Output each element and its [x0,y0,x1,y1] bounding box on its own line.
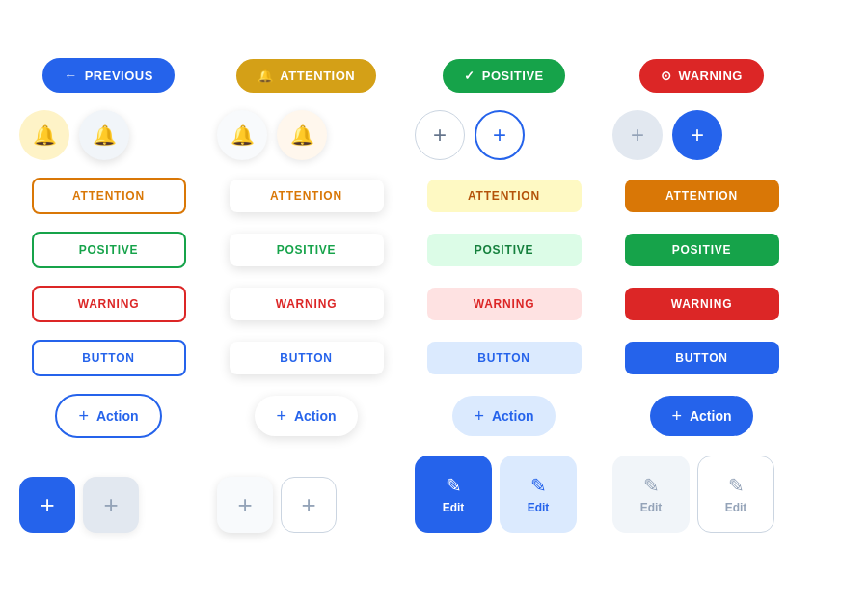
button-shadow[interactable]: BUTTON [230,342,384,374]
arrow-left-icon: ← [64,68,78,83]
button-outline[interactable]: BUTTON [32,340,186,376]
bell-icon: 🔔 [33,124,57,147]
plus-circle-blue[interactable]: + [672,110,722,160]
bell-icon: 🔔 [93,124,117,147]
bell-circle-orange[interactable]: 🔔 [277,110,327,160]
warning-tint-button[interactable]: WARNING [427,288,582,320]
plus-circle-outline[interactable]: + [415,110,465,160]
pencil-icon: ✎ [530,474,547,497]
plus-icon: + [691,122,704,149]
warning-pill-button[interactable]: ⊙ WARNING [639,59,764,93]
action-shadow-button[interactable]: + Action [255,396,357,436]
attention-tint-button[interactable]: ATTENTION [427,180,582,212]
edit-button-tint[interactable]: ✎ Edit [500,456,577,533]
action-solid-button[interactable]: + Action [650,396,752,436]
pencil-icon: ✎ [446,474,462,497]
plus-icon: + [631,122,644,149]
bell-icon: 🔔 [258,69,274,83]
edit-button-outline[interactable]: ✎ Edit [697,456,774,533]
pencil-icon: ✎ [643,474,660,497]
sq-plus-light[interactable]: + [83,477,139,533]
check-icon: ✓ [464,69,475,83]
sq-plus-shadow[interactable]: + [217,477,273,533]
edit-button-blue[interactable]: ✎ Edit [415,456,492,533]
warning-circle-icon: ⊙ [661,69,672,83]
plus-icon: + [671,407,682,425]
plus-circle-outline-blue[interactable]: + [475,110,525,160]
plus-icon: + [433,122,447,149]
positive-shadow-button[interactable]: POSITIVE [230,234,384,266]
plus-icon: + [103,490,118,520]
positive-outline-button[interactable]: POSITIVE [32,232,186,268]
plus-icon: + [493,122,506,149]
button-solid[interactable]: BUTTON [625,342,779,374]
positive-tint-button[interactable]: POSITIVE [427,234,582,266]
plus-icon: + [237,490,252,520]
bell-icon: 🔔 [290,124,314,147]
sq-plus-outline[interactable]: + [281,477,337,533]
attention-shadow-button[interactable]: ATTENTION [230,180,384,212]
attention-solid-button[interactable]: ATTENTION [625,180,779,212]
edit-button-light[interactable]: ✎ Edit [612,456,690,533]
plus-icon: + [40,490,54,520]
attention-outline-button[interactable]: ATTENTION [32,178,186,214]
plus-circle-gray[interactable]: + [612,110,663,160]
bell-circle-yellow[interactable]: 🔔 [19,110,69,160]
warning-outline-button[interactable]: WARNING [32,286,186,322]
plus-icon: + [78,407,89,425]
warning-solid-button[interactable]: WARNING [625,288,779,320]
bell-circle-dark[interactable]: 🔔 [217,110,267,160]
bell-circle-shadow[interactable]: 🔔 [79,110,129,160]
plus-icon: + [301,490,315,520]
attention-pill-button[interactable]: 🔔 ATTENTION [236,59,376,93]
action-tint-button[interactable]: + Action [452,396,555,436]
warning-shadow-button[interactable]: WARNING [230,288,384,320]
button-tint[interactable]: BUTTON [427,342,582,374]
positive-solid-button[interactable]: POSITIVE [625,234,779,266]
bell-icon: 🔔 [231,124,255,147]
positive-pill-button[interactable]: ✓ POSITIVE [443,59,564,93]
plus-icon: + [474,407,484,425]
pencil-icon: ✎ [728,474,745,497]
plus-icon: + [276,407,286,425]
sq-plus-blue[interactable]: + [19,477,75,533]
action-outline-button[interactable]: + Action [55,394,161,438]
previous-button[interactable]: ← PREVIOUS [42,58,175,93]
